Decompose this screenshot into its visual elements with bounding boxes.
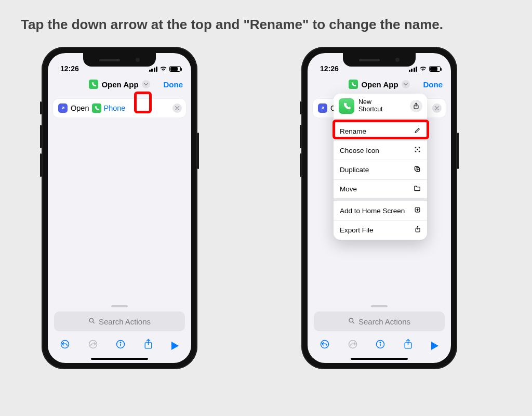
remove-action-button[interactable] xyxy=(432,103,442,113)
search-actions-field[interactable]: Search Actions xyxy=(54,311,185,331)
svg-point-1 xyxy=(61,341,69,348)
export-icon xyxy=(415,226,421,235)
search-placeholder: Search Actions xyxy=(99,317,151,326)
shortcut-title: Open App xyxy=(101,80,138,89)
search-placeholder: Search Actions xyxy=(358,317,410,326)
choose-icon-icon xyxy=(414,146,421,154)
svg-point-12 xyxy=(321,341,328,348)
share-button[interactable] xyxy=(143,339,153,353)
info-button[interactable] xyxy=(115,339,126,352)
shortcut-title-button[interactable]: Open App xyxy=(89,80,150,89)
svg-point-15 xyxy=(380,342,381,343)
run-button[interactable] xyxy=(431,341,439,350)
instruction-text: Tap the down arrow at the top and "Renam… xyxy=(21,16,511,34)
svg-point-11 xyxy=(349,318,353,322)
wifi-icon xyxy=(419,65,427,73)
info-button[interactable] xyxy=(375,339,385,352)
shortcut-title: Open App xyxy=(361,80,398,89)
chevron-down-icon[interactable] xyxy=(142,80,150,88)
battery-icon xyxy=(429,66,441,72)
nav-bar: Open App Done xyxy=(308,74,451,95)
phone-app-icon xyxy=(349,80,358,89)
status-time: 12:26 xyxy=(318,64,339,73)
search-actions-field[interactable]: Search Actions xyxy=(314,311,445,331)
status-time: 12:26 xyxy=(58,64,79,73)
svg-point-2 xyxy=(89,341,97,348)
wifi-icon xyxy=(159,65,167,73)
phone-app-icon xyxy=(92,103,101,113)
done-button[interactable]: Done xyxy=(164,80,183,89)
redo-button xyxy=(88,339,98,352)
home-indicator[interactable] xyxy=(91,358,148,360)
undo-button[interactable] xyxy=(320,339,330,352)
shortcut-context-menu: New Shortcut Rename Choose Icon xyxy=(334,94,427,240)
svg-point-7 xyxy=(417,149,418,150)
action-card-open-app[interactable]: Open Phone xyxy=(53,99,186,118)
bottom-toolbar xyxy=(308,339,451,353)
menu-item-move[interactable]: Move xyxy=(334,179,427,198)
pencil-icon xyxy=(414,127,421,135)
menu-item-rename[interactable]: Rename xyxy=(334,122,427,140)
svg-point-0 xyxy=(89,318,94,322)
sheet-grabber[interactable] xyxy=(111,305,128,307)
share-button[interactable] xyxy=(403,339,413,353)
open-icon xyxy=(318,103,327,113)
svg-point-4 xyxy=(121,342,122,343)
signal-icon xyxy=(409,67,418,72)
phone-app-icon xyxy=(339,98,354,114)
signal-icon xyxy=(149,67,158,72)
duplicate-icon xyxy=(414,165,421,174)
search-icon xyxy=(348,317,355,326)
home-indicator[interactable] xyxy=(351,358,408,360)
bottom-toolbar xyxy=(48,339,191,353)
battery-icon xyxy=(169,66,181,72)
iphone-frame-right: 12:26 Open App xyxy=(301,47,457,369)
svg-point-13 xyxy=(349,341,356,348)
action-open-label: Open xyxy=(71,104,89,112)
popover-share-button[interactable] xyxy=(410,100,422,112)
open-icon xyxy=(58,103,68,113)
menu-item-export-file[interactable]: Export File xyxy=(334,220,427,240)
remove-action-button[interactable] xyxy=(172,103,182,113)
menu-item-duplicate[interactable]: Duplicate xyxy=(334,160,427,179)
popover-header: New Shortcut xyxy=(334,94,427,122)
chevron-down-icon[interactable] xyxy=(402,80,410,88)
app-parameter[interactable]: Phone xyxy=(92,103,125,113)
phone-app-icon xyxy=(89,80,98,89)
search-icon xyxy=(88,317,96,326)
run-button[interactable] xyxy=(171,341,179,350)
sheet-grabber[interactable] xyxy=(371,305,388,307)
add-to-home-icon xyxy=(414,206,421,215)
iphone-frame-left: 12:26 Open App xyxy=(42,47,197,369)
nav-bar: Open App Done xyxy=(48,74,191,95)
folder-icon xyxy=(414,185,421,193)
menu-item-add-to-home[interactable]: Add to Home Screen xyxy=(334,201,427,220)
undo-button[interactable] xyxy=(60,339,70,352)
redo-button xyxy=(348,339,358,352)
done-button[interactable]: Done xyxy=(423,80,443,89)
menu-item-choose-icon[interactable]: Choose Icon xyxy=(334,140,427,160)
popover-title: New Shortcut xyxy=(358,99,390,113)
shortcut-title-button[interactable]: Open App xyxy=(349,80,409,89)
